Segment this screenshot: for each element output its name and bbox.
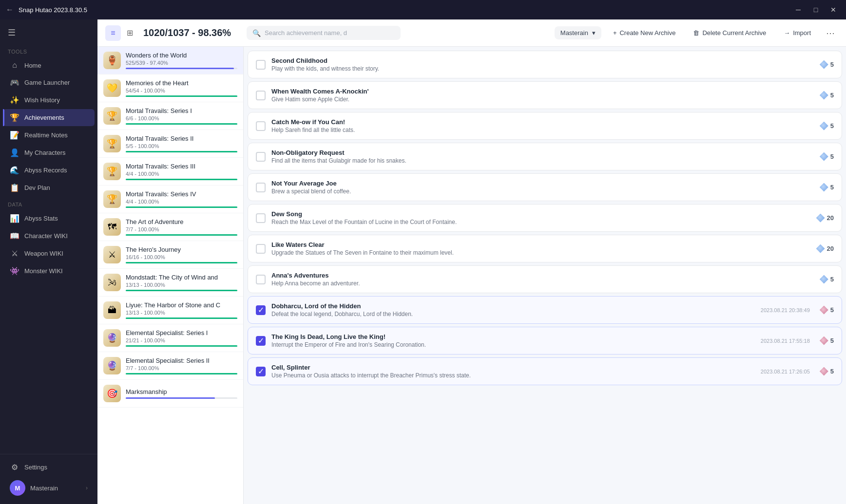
achievement-name: Non-Obligatory Request <box>271 149 814 156</box>
sidebar-item-my-characters[interactable]: 👤My Characters <box>3 144 95 161</box>
category-item[interactable]: 🏺 Wonders of the World 525/539 - 97.40% <box>97 47 243 75</box>
sidebar-item-dev-plan[interactable]: 📋Dev Plan <box>3 179 95 196</box>
achievement-info: Dew Song Reach the Max Level of the Foun… <box>271 210 810 225</box>
primogem-icon <box>820 275 828 284</box>
achievement-list: Second Childhood Play with the kids, and… <box>244 47 846 504</box>
reward-amount: 5 <box>830 92 834 99</box>
achievement-checkbox[interactable]: ✓ <box>256 305 266 315</box>
sidebar-item-realtime-notes[interactable]: 📝Realtime Notes <box>3 127 95 144</box>
view-toggle: ≡ ⊞ <box>105 25 137 41</box>
achievement-name: Dobharcu, Lord of the Hidden <box>271 302 755 310</box>
sidebar-section-data: Data <box>0 197 97 209</box>
category-progress-bar <box>126 68 234 69</box>
sidebar-item-monster-wiki[interactable]: 👾Monster WIKI <box>3 262 95 280</box>
import-icon: → <box>784 29 790 37</box>
reward-amount: 5 <box>830 306 834 314</box>
achievement-checkbox[interactable] <box>256 183 266 192</box>
sidebar-item-home[interactable]: ⌂Home <box>3 57 95 74</box>
sidebar-label-dev-plan: Dev Plan <box>24 184 50 191</box>
import-button[interactable]: → Import <box>778 26 817 40</box>
category-icon: 🎯 <box>103 385 121 402</box>
category-item[interactable]: 🏔 Liyue: The Harbor of Stone and C 13/13… <box>97 297 243 324</box>
character-wiki-icon: 📖 <box>10 231 19 241</box>
category-item[interactable]: 🏆 Mortal Travails: Series I 6/6 - 100.00… <box>97 102 243 130</box>
category-progress: 6/6 - 100.00% <box>126 115 237 121</box>
achievement-desc: Brew a special blend of coffee. <box>271 188 814 195</box>
sidebar-item-wish-history[interactable]: ✨Wish History <box>3 92 95 109</box>
primogem-icon <box>820 91 828 100</box>
category-progress: 13/13 - 100.00% <box>126 282 237 288</box>
sidebar-user[interactable]: M Masterain › <box>3 476 95 500</box>
sidebar-label-wish-history: Wish History <box>24 96 60 104</box>
minimize-button[interactable]: ─ <box>791 3 805 17</box>
category-icon: 🏺 <box>103 52 121 69</box>
monster-wiki-icon: 👾 <box>10 266 19 276</box>
sidebar-item-settings[interactable]: ⚙ Settings <box>3 459 95 476</box>
close-button[interactable]: ✕ <box>827 3 840 17</box>
grid-view-button[interactable]: ⊞ <box>122 25 137 41</box>
achievement-reward: 5 <box>820 122 834 131</box>
sidebar-item-abyss-records[interactable]: 🌊Abyss Records <box>3 162 95 179</box>
back-button[interactable]: ← <box>6 5 14 14</box>
achievement-item: When Wealth Comes A-Knockin' Give Hatim … <box>248 81 842 109</box>
achievement-checkbox[interactable]: ✓ <box>256 336 266 346</box>
more-button[interactable]: ⋯ <box>823 25 838 41</box>
category-icon: ⚔ <box>103 246 121 263</box>
category-item[interactable]: 🗺 The Art of Adventure 7/7 - 100.00% <box>97 213 243 241</box>
sidebar-settings-label: Settings <box>24 464 47 471</box>
maximize-button[interactable]: □ <box>809 3 823 17</box>
achievement-checkbox[interactable]: ✓ <box>256 367 266 376</box>
archive-selector[interactable]: Masterain ▾ <box>555 26 601 39</box>
category-progress-bar-bg <box>126 317 237 319</box>
sidebar-item-game-launcher[interactable]: 🎮Game Launcher <box>3 74 95 91</box>
category-icon: 🏆 <box>103 107 121 125</box>
category-progress: 525/539 - 97.40% <box>126 60 237 66</box>
achievement-checkbox[interactable] <box>256 244 266 254</box>
achievement-name: Second Childhood <box>271 57 814 64</box>
sidebar-tools-list: ⌂Home🎮Game Launcher✨Wish History🏆Achieve… <box>0 56 97 197</box>
category-item[interactable]: 🔮 Elemental Specialist: Series II 7/7 - … <box>97 352 243 380</box>
sidebar-item-weapon-wiki[interactable]: ⚔Weapon WIKI <box>3 245 95 262</box>
realtime-notes-icon: 📝 <box>10 131 19 140</box>
achievement-checkbox[interactable] <box>256 91 266 100</box>
category-item[interactable]: 🏆 Mortal Travails: Series IV 4/4 - 100.0… <box>97 186 243 213</box>
category-progress: 21/21 - 100.00% <box>126 337 237 343</box>
create-archive-button[interactable]: + Create New Archive <box>607 26 681 40</box>
sidebar-item-character-wiki[interactable]: 📖Character WIKI <box>3 227 95 244</box>
settings-icon: ⚙ <box>10 463 19 472</box>
category-item[interactable]: 🌬 Mondstadt: The City of Wind and 13/13 … <box>97 269 243 297</box>
category-item[interactable]: 🏆 Mortal Travails: Series II 5/5 - 100.0… <box>97 130 243 158</box>
sidebar-toggle[interactable]: ☰ <box>0 23 97 42</box>
category-icon: 💛 <box>103 79 121 97</box>
achievement-name: Catch Me-ow if You Can! <box>271 118 814 126</box>
category-progress-bar-bg <box>126 151 237 152</box>
sidebar-item-achievements[interactable]: 🏆Achievements <box>3 109 95 126</box>
achievement-info: Not Your Average Joe Brew a special blen… <box>271 180 814 195</box>
list-view-button[interactable]: ≡ <box>105 25 121 41</box>
sidebar-item-abyss-stats[interactable]: 📊Abyss Stats <box>3 210 95 227</box>
reward-amount: 5 <box>830 276 834 283</box>
achievement-reward: 20 <box>816 244 834 253</box>
achievement-checkbox[interactable] <box>256 152 266 162</box>
delete-archive-button[interactable]: 🗑 Delete Current Archive <box>687 26 772 40</box>
reward-amount: 5 <box>830 184 834 191</box>
category-item[interactable]: 🔮 Elemental Specialist: Series I 21/21 -… <box>97 324 243 352</box>
category-item[interactable]: ⚔ The Hero's Journey 16/16 - 100.00% <box>97 241 243 269</box>
achievement-desc: Help Sareh find all the little cats. <box>271 127 814 133</box>
category-item[interactable]: 🎯 Marksmanship <box>97 380 243 408</box>
reward-amount: 5 <box>830 337 834 344</box>
search-input[interactable] <box>265 26 395 40</box>
category-item[interactable]: 🏆 Mortal Travails: Series III 4/4 - 100.… <box>97 158 243 186</box>
achievement-checkbox[interactable] <box>256 275 266 284</box>
achievement-checkbox[interactable] <box>256 213 266 223</box>
category-item[interactable]: 💛 Memories of the Heart 54/54 - 100.00% <box>97 75 243 102</box>
category-progress: 4/4 - 100.00% <box>126 171 237 177</box>
category-progress: 7/7 - 100.00% <box>126 365 237 371</box>
category-icon: 🏆 <box>103 135 121 152</box>
dev-plan-icon: 📋 <box>10 183 19 192</box>
achievement-name: Anna's Adventures <box>271 272 814 279</box>
achievement-checkbox[interactable] <box>256 60 266 70</box>
category-progress-bar-bg <box>126 95 237 97</box>
achievement-checkbox[interactable] <box>256 121 266 131</box>
sidebar-label-abyss-stats: Abyss Stats <box>24 215 58 222</box>
